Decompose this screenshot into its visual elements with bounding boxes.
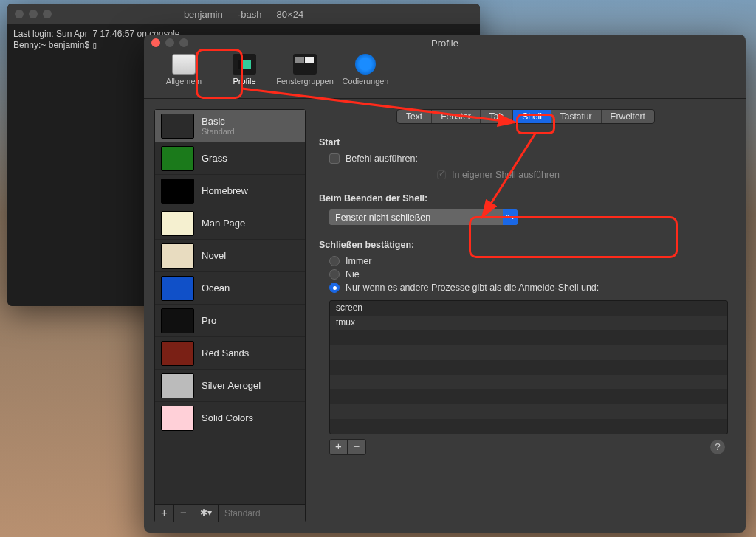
tab-fenster[interactable]: Fenster (432, 110, 481, 123)
profile-thumbnail (161, 146, 194, 171)
list-item[interactable]: screen (330, 301, 727, 316)
tab-text[interactable]: Text (397, 110, 432, 123)
run-command-checkbox[interactable] (329, 153, 340, 164)
remove-profile-button[interactable]: − (174, 505, 193, 522)
tab-tab[interactable]: Tab (481, 110, 513, 123)
list-item[interactable] (330, 330, 727, 345)
profile-name: Ocean (202, 283, 230, 294)
tab-bar: TextFensterTabShellTastaturErweitert (316, 109, 735, 124)
list-item[interactable] (330, 404, 727, 419)
toolbar-encodings[interactable]: Codierungen (339, 54, 392, 98)
profile-thumbnail (161, 179, 194, 204)
radio-other-processes[interactable] (329, 283, 340, 293)
terminal-titlebar[interactable]: benjamin — -bash — 80×24 (7, 4, 480, 24)
sidebar-footer: + − ✱▾ Standard (155, 504, 305, 522)
list-item[interactable] (330, 419, 727, 434)
main-content: TextFensterTabShellTastaturErweitert Sta… (316, 109, 735, 522)
profile-thumbnail (161, 243, 194, 268)
profile-subtitle: Standard (202, 127, 235, 136)
list-item[interactable]: tmux (330, 316, 727, 330)
add-process-button[interactable]: + (330, 440, 348, 454)
profile-thumbnail (161, 211, 194, 236)
prefs-title: Profile (144, 38, 746, 49)
confirm-close-label: Schließen bestätigen: (319, 240, 728, 250)
start-label: Start (319, 137, 728, 148)
toolbar-groups[interactable]: Fenstergruppen (278, 54, 331, 98)
toolbar-profile[interactable]: Profile (218, 54, 271, 98)
terminal-icon (233, 54, 256, 75)
profile-list[interactable]: BasicStandardGrassHomebrewMan PageNovelO… (155, 110, 305, 504)
profile-row[interactable]: Grass (155, 142, 305, 175)
globe-icon (355, 54, 376, 75)
prefs-titlebar[interactable]: Profile (144, 35, 746, 51)
gear-menu-button[interactable]: ✱▾ (193, 505, 219, 522)
profile-row[interactable]: Ocean (155, 272, 305, 305)
list-item[interactable] (330, 389, 727, 404)
prefs-toolbar: Allgemein Profile Fenstergruppen Codieru… (144, 51, 746, 99)
list-item[interactable] (330, 375, 727, 389)
list-item[interactable] (330, 360, 727, 375)
tab-erweitert[interactable]: Erweitert (602, 110, 654, 123)
profile-thumbnail (161, 276, 194, 301)
profile-name: Silver Aerogel (202, 380, 261, 391)
process-list[interactable]: screentmux (329, 300, 728, 434)
radio-never[interactable] (329, 269, 340, 280)
profile-name: Solid Colors (202, 412, 253, 423)
profile-row[interactable]: Novel (155, 240, 305, 272)
chevron-updown-icon: ⌃⌄ (503, 209, 518, 225)
profile-name: Basic (202, 116, 235, 127)
profile-thumbnail (161, 373, 194, 398)
switch-icon (172, 54, 196, 75)
profile-row[interactable]: Homebrew (155, 175, 305, 207)
profile-thumbnail (161, 341, 194, 366)
run-command-label: Befehl ausführen: (346, 153, 418, 164)
on-exit-label: Beim Beenden der Shell: (319, 193, 728, 204)
profile-row[interactable]: BasicStandard (155, 110, 305, 142)
in-own-shell-label: In eigener Shell ausführen (452, 170, 560, 180)
profile-thumbnail (161, 114, 194, 139)
profile-name: Novel (202, 250, 226, 261)
windows-icon (293, 54, 317, 75)
default-button[interactable]: Standard (219, 508, 261, 519)
in-own-shell-checkbox: ✓ (437, 170, 446, 179)
profile-thumbnail (161, 406, 194, 431)
preferences-window: Profile Allgemein Profile Fenstergruppen… (144, 35, 746, 533)
terminal-title: benjamin — -bash — 80×24 (7, 9, 480, 20)
remove-process-button[interactable]: − (348, 440, 365, 454)
list-item[interactable] (330, 345, 727, 360)
profile-row[interactable]: Red Sands (155, 337, 305, 370)
profile-name: Red Sands (202, 347, 249, 358)
tab-tastatur[interactable]: Tastatur (551, 110, 602, 123)
profile-name: Grass (202, 153, 227, 164)
profile-name: Man Page (202, 218, 245, 229)
profile-row[interactable]: Silver Aerogel (155, 370, 305, 402)
on-exit-dropdown[interactable]: Fenster nicht schließen ⌃⌄ (329, 209, 518, 225)
profiles-sidebar: BasicStandardGrassHomebrewMan PageNovelO… (154, 109, 306, 522)
toolbar-general[interactable]: Allgemein (157, 54, 210, 98)
profile-row[interactable]: Solid Colors (155, 402, 305, 434)
add-profile-button[interactable]: + (155, 505, 174, 522)
radio-always[interactable] (329, 256, 340, 266)
profile-name: Pro (202, 315, 216, 326)
tab-shell[interactable]: Shell (513, 110, 551, 123)
profile-row[interactable]: Pro (155, 305, 305, 337)
profile-row[interactable]: Man Page (155, 207, 305, 240)
profile-name: Homebrew (202, 185, 248, 196)
help-button[interactable]: ? (710, 440, 725, 454)
profile-thumbnail (161, 308, 194, 333)
